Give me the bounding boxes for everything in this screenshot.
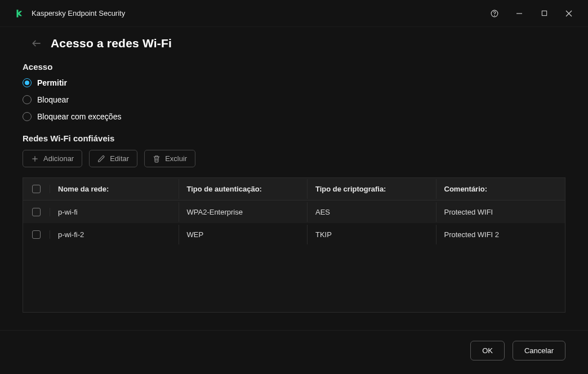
- table-row[interactable]: p-wi-fi-2 WEP TKIP Protected WIFI 2: [23, 223, 565, 246]
- col-auth[interactable]: Tipo de autenticação:: [179, 179, 308, 199]
- trusted-table: Nome da rede: Tipo de autenticação: Tipo…: [23, 177, 565, 313]
- radio-block-exceptions[interactable]: Bloquear com exceções: [23, 112, 565, 121]
- col-comment[interactable]: Comentário:: [436, 179, 565, 199]
- svg-rect-3: [542, 11, 546, 15]
- access-radio-group: Permitir Bloquear Bloquear com exceções: [23, 78, 565, 121]
- radio-allow[interactable]: Permitir: [23, 78, 565, 87]
- access-section-title: Acesso: [23, 62, 565, 72]
- cell-auth: WEP: [179, 225, 308, 244]
- help-button[interactable]: [482, 5, 507, 23]
- radio-block[interactable]: Bloquear: [23, 95, 565, 104]
- app-logo-icon: [14, 8, 25, 19]
- window: Kaspersky Endpoint Security Acesso a red…: [0, 0, 588, 374]
- cell-comment: Protected WIFI 2: [436, 225, 565, 244]
- radio-icon: [23, 95, 32, 104]
- radio-icon: [23, 78, 32, 87]
- trusted-toolbar: Adicionar Editar Excluir: [23, 150, 565, 167]
- radio-allow-label: Permitir: [37, 78, 67, 87]
- minimize-button[interactable]: [507, 5, 532, 23]
- cell-enc: TKIP: [308, 225, 436, 244]
- footer: OK Cancelar: [0, 330, 588, 374]
- checkbox-icon: [32, 185, 41, 193]
- edit-button-label: Editar: [110, 154, 129, 163]
- row-select[interactable]: [23, 208, 50, 216]
- cell-auth: WPA2-Enterprise: [179, 202, 308, 222]
- radio-block-exc-label: Bloquear com exceções: [37, 112, 121, 121]
- delete-button-label: Excluir: [165, 154, 187, 163]
- pencil-icon: [97, 155, 105, 163]
- add-button[interactable]: Adicionar: [23, 150, 82, 167]
- titlebar: Kaspersky Endpoint Security: [0, 0, 588, 27]
- trusted-section-title: Redes Wi-Fi confiáveis: [23, 133, 565, 143]
- table-header-row: Nome da rede: Tipo de autenticação: Tipo…: [23, 178, 565, 201]
- page-title: Acesso a redes Wi-Fi: [51, 37, 172, 50]
- plus-icon: [31, 155, 39, 163]
- app-title: Kaspersky Endpoint Security: [32, 9, 482, 17]
- page-header: Acesso a redes Wi-Fi: [0, 27, 588, 57]
- ok-button[interactable]: OK: [470, 341, 505, 360]
- delete-button[interactable]: Excluir: [144, 150, 195, 167]
- maximize-button[interactable]: [532, 5, 556, 23]
- cell-enc: AES: [308, 202, 436, 222]
- table-row[interactable]: p-wi-fi WPA2-Enterprise AES Protected WI…: [23, 201, 565, 223]
- checkbox-icon: [32, 230, 41, 239]
- cell-name: p-wi-fi-2: [50, 225, 179, 244]
- cell-comment: Protected WIFI: [436, 202, 565, 222]
- svg-point-1: [495, 15, 495, 16]
- radio-icon: [23, 112, 32, 121]
- close-button[interactable]: [556, 5, 581, 23]
- radio-block-label: Bloquear: [37, 95, 69, 104]
- select-all-cell[interactable]: [23, 185, 50, 193]
- content-area: Acesso Permitir Bloquear Bloquear com ex…: [0, 57, 588, 330]
- checkbox-icon: [32, 208, 41, 216]
- add-button-label: Adicionar: [43, 154, 74, 163]
- edit-button[interactable]: Editar: [89, 150, 137, 167]
- row-select[interactable]: [23, 230, 50, 239]
- back-icon[interactable]: [28, 35, 45, 52]
- cancel-button[interactable]: Cancelar: [513, 341, 565, 360]
- cell-name: p-wi-fi: [50, 202, 179, 222]
- trash-icon: [153, 155, 161, 163]
- col-enc[interactable]: Tipo de criptografia:: [308, 179, 436, 199]
- col-name[interactable]: Nome da rede:: [50, 179, 179, 199]
